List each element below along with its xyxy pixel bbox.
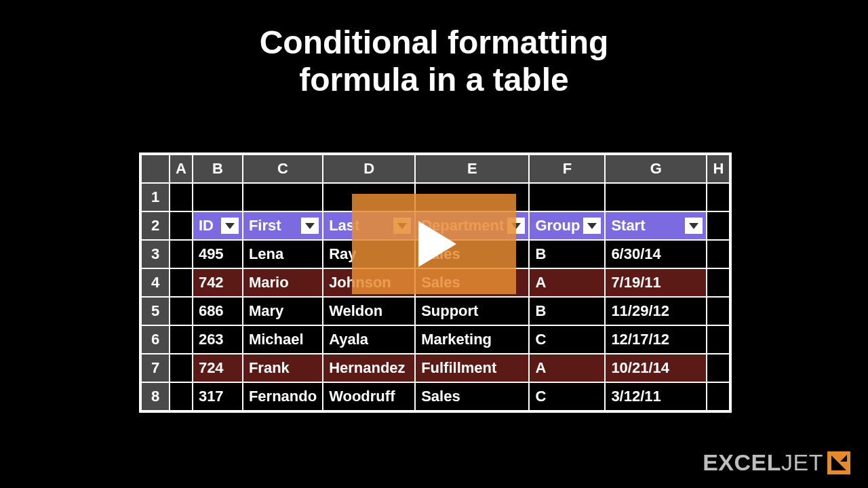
table-header-start[interactable]: Start [605,211,707,240]
arrow-icon [827,451,850,474]
cell-C4[interactable]: Mario [243,268,323,297]
table-row: 5 686 Mary Weldon Support B 11/29/12 [141,297,730,325]
col-header-D[interactable]: D [323,155,415,183]
table-header-group[interactable]: Group [529,211,605,240]
row-header-4[interactable]: 4 [141,268,170,297]
cell-F6[interactable]: C [529,325,605,354]
filter-dropdown-icon[interactable] [301,218,319,234]
cell-B6[interactable]: 263 [193,325,243,354]
select-all-corner[interactable] [141,155,170,183]
cell-F7[interactable]: A [529,354,605,382]
play-icon [418,221,456,267]
cell-D7[interactable]: Hernandez [323,354,415,382]
cell-B5[interactable]: 686 [193,297,243,325]
row-header-2[interactable]: 2 [141,211,170,240]
col-header-E[interactable]: E [415,155,529,183]
cell-F1[interactable] [529,183,605,211]
cell-A5[interactable] [170,297,193,325]
header-label: ID [199,217,214,234]
header-label: First [249,217,281,234]
col-header-C[interactable]: C [243,155,323,183]
row-header-6[interactable]: 6 [141,325,170,354]
cell-C6[interactable]: Michael [243,325,323,354]
cell-H8[interactable] [707,382,730,411]
cell-F8[interactable]: C [529,382,605,411]
cell-B4[interactable]: 742 [193,268,243,297]
cell-B3[interactable]: 495 [193,240,243,268]
cell-H3[interactable] [707,240,730,268]
cell-D6[interactable]: Ayala [323,325,415,354]
row-header-8[interactable]: 8 [141,382,170,411]
cell-E8[interactable]: Sales [415,382,529,411]
cell-B1[interactable] [193,183,243,211]
table-header-id[interactable]: ID [193,211,243,240]
cell-H6[interactable] [707,325,730,354]
cell-G3[interactable]: 6/30/14 [605,240,707,268]
cell-G5[interactable]: 11/29/12 [605,297,707,325]
col-header-F[interactable]: F [529,155,605,183]
cell-C3[interactable]: Lena [243,240,323,268]
col-header-G[interactable]: G [605,155,707,183]
cell-F3[interactable]: B [529,240,605,268]
filter-dropdown-icon[interactable] [685,218,703,234]
brand-text: EXCELJET [703,449,823,476]
cell-C5[interactable]: Mary [243,297,323,325]
cell-C1[interactable] [243,183,323,211]
cell-F5[interactable]: B [529,297,605,325]
cell-E7[interactable]: Fulfillment [415,354,529,382]
col-header-H[interactable]: H [707,155,730,183]
table-header-first[interactable]: First [243,211,323,240]
cell-H2[interactable] [707,211,730,240]
brand-logo: EXCELJET [703,449,850,476]
column-header-row: A B C D E F G H [141,155,730,183]
cell-G4[interactable]: 7/19/11 [605,268,707,297]
play-button[interactable] [352,194,516,294]
col-header-A[interactable]: A [170,155,193,183]
cell-E6[interactable]: Marketing [415,325,529,354]
row-header-7[interactable]: 7 [141,354,170,382]
cell-A1[interactable] [170,183,193,211]
cell-A8[interactable] [170,382,193,411]
row-header-3[interactable]: 3 [141,240,170,268]
brand-bold: EXCEL [703,449,781,475]
cell-G1[interactable] [605,183,707,211]
cell-G8[interactable]: 3/12/11 [605,382,707,411]
cell-A3[interactable] [170,240,193,268]
row-header-1[interactable]: 1 [141,183,170,211]
cell-G6[interactable]: 12/17/12 [605,325,707,354]
cell-A2[interactable] [170,211,193,240]
cell-B8[interactable]: 317 [193,382,243,411]
col-header-B[interactable]: B [193,155,243,183]
cell-D5[interactable]: Weldon [323,297,415,325]
row-header-5[interactable]: 5 [141,297,170,325]
header-label: Start [611,217,645,234]
cell-H5[interactable] [707,297,730,325]
table-row: 8 317 Fernando Woodruff Sales C 3/12/11 [141,382,730,411]
cell-A4[interactable] [170,268,193,297]
filter-dropdown-icon[interactable] [221,218,239,234]
title-line-2: formula in a table [0,61,868,98]
header-label: Group [535,217,580,234]
cell-H1[interactable] [707,183,730,211]
cell-E5[interactable]: Support [415,297,529,325]
table-row: 7 724 Frank Hernandez Fulfillment A 10/2… [141,354,730,382]
cell-H4[interactable] [707,268,730,297]
cell-A7[interactable] [170,354,193,382]
filter-dropdown-icon[interactable] [583,218,601,234]
cell-H7[interactable] [707,354,730,382]
table-row: 6 263 Michael Ayala Marketing C 12/17/12 [141,325,730,354]
cell-A6[interactable] [170,325,193,354]
page-title: Conditional formatting formula in a tabl… [0,24,868,98]
cell-G7[interactable]: 10/21/14 [605,354,707,382]
brand-thin: JET [781,449,823,475]
cell-F4[interactable]: A [529,268,605,297]
cell-D8[interactable]: Woodruff [323,382,415,411]
cell-C7[interactable]: Frank [243,354,323,382]
cell-B7[interactable]: 724 [193,354,243,382]
cell-C8[interactable]: Fernando [243,382,323,411]
title-line-1: Conditional formatting [0,24,868,61]
